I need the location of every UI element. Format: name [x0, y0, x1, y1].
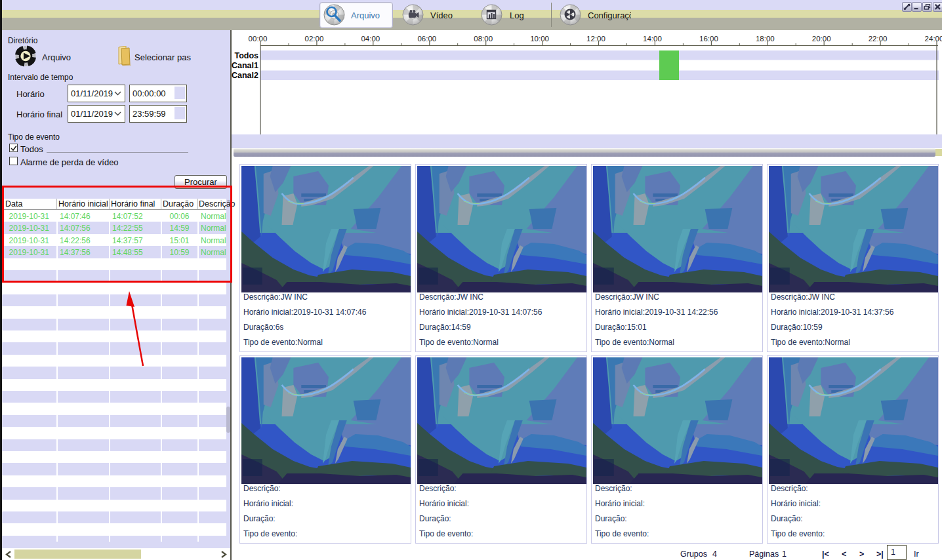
svg-text:12:00: 12:00: [586, 35, 605, 43]
svg-text:00:00: 00:00: [249, 35, 268, 43]
svg-text:18:00: 18:00: [756, 35, 775, 43]
svg-text:Canal1: Canal1: [232, 61, 258, 70]
svg-text:24:00: 24:00: [925, 35, 942, 43]
svg-text:06:00: 06:00: [417, 35, 436, 43]
svg-text:10:00: 10:00: [530, 35, 549, 43]
svg-text:22:00: 22:00: [869, 35, 888, 43]
svg-text:16:00: 16:00: [699, 35, 718, 43]
svg-text:20:00: 20:00: [812, 35, 831, 43]
svg-text:02:00: 02:00: [305, 35, 324, 43]
svg-text:Todos: Todos: [234, 51, 258, 60]
svg-text:08:00: 08:00: [474, 35, 493, 43]
svg-text:14:00: 14:00: [643, 35, 662, 43]
svg-text:04:00: 04:00: [361, 35, 380, 43]
svg-text:Canal2: Canal2: [232, 71, 258, 80]
